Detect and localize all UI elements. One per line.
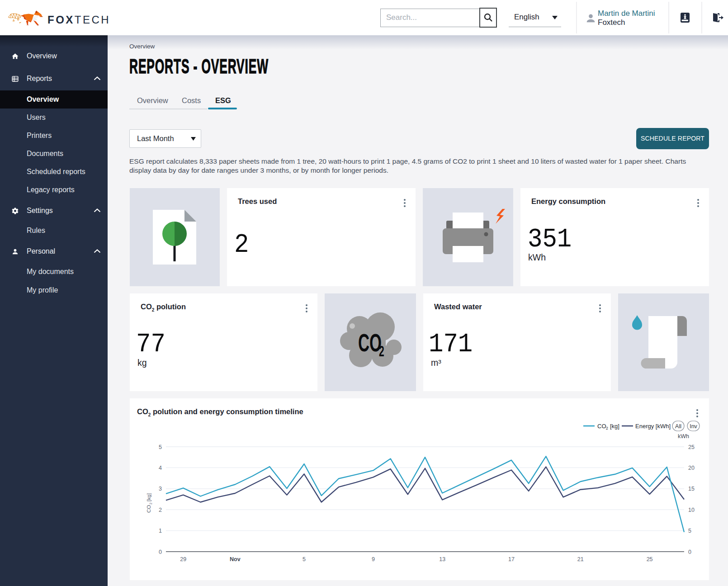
- svg-text:Energy [kWh]: Energy [kWh]: [635, 423, 671, 430]
- svg-text:20: 20: [688, 465, 695, 471]
- svg-text:13: 13: [439, 556, 445, 562]
- svg-text:25: 25: [647, 556, 653, 562]
- svg-text:2: 2: [149, 502, 153, 505]
- svg-text:CO: CO: [146, 505, 151, 513]
- svg-text:3: 3: [159, 486, 162, 492]
- svg-text:9: 9: [372, 556, 375, 562]
- svg-text:All: All: [675, 423, 681, 430]
- svg-text:5: 5: [159, 444, 162, 450]
- svg-text:5: 5: [688, 528, 691, 534]
- svg-text:5: 5: [303, 556, 306, 562]
- svg-text:[kg]: [kg]: [146, 493, 151, 501]
- svg-text:2: 2: [159, 507, 162, 513]
- svg-text:Inv: Inv: [690, 423, 697, 430]
- svg-text:[kg]: [kg]: [610, 423, 619, 430]
- svg-text:25: 25: [688, 444, 695, 450]
- svg-text:Nov: Nov: [230, 556, 241, 562]
- svg-text:kWh: kWh: [678, 433, 689, 440]
- svg-text:4: 4: [159, 465, 162, 471]
- svg-text:1: 1: [159, 528, 162, 534]
- svg-text:0: 0: [159, 549, 162, 555]
- svg-text:10: 10: [688, 507, 695, 513]
- svg-text:15: 15: [688, 486, 695, 492]
- svg-text:0: 0: [688, 549, 691, 555]
- svg-text:17: 17: [508, 556, 515, 562]
- svg-text:29: 29: [180, 556, 186, 562]
- svg-text:2: 2: [606, 426, 608, 430]
- svg-text:21: 21: [577, 556, 584, 562]
- svg-text:CO: CO: [597, 423, 606, 430]
